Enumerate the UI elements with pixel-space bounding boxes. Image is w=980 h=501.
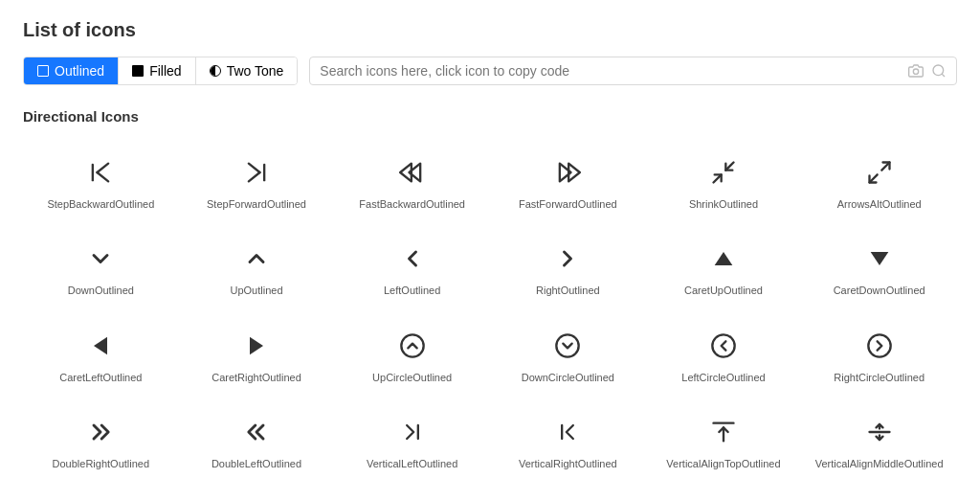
icon-label-upoutlined: UpOutlined (230, 284, 282, 297)
vertical-left-icon (395, 415, 430, 449)
svg-line-16 (869, 174, 877, 182)
tab-outlined[interactable]: Outlined (24, 57, 119, 84)
icon-item-stepforwardoutlined[interactable]: StepForwardOutlined (179, 144, 335, 222)
svg-line-14 (725, 163, 733, 171)
svg-point-1 (933, 65, 944, 76)
icon-label-stepforwardoutlined: StepForwardOutlined (207, 197, 306, 211)
search-icon[interactable] (931, 63, 947, 79)
icon-label-upcircleoutlined: UpCircleOutlined (372, 371, 452, 384)
icon-label-stepbackwardoutlined: StepBackwardOutlined (47, 197, 154, 211)
tab-group: Outlined Filled Two Tone (23, 57, 298, 85)
left-icon (395, 241, 430, 276)
right-circle-icon (862, 329, 897, 363)
icon-item-shrinkoutlined[interactable]: ShrinkOutlined (646, 144, 802, 222)
left-circle-icon (706, 329, 741, 363)
icon-item-rollbackoutlined[interactable]: RollbackOutlined (490, 490, 646, 501)
down-circle-icon (550, 329, 585, 363)
double-left-icon (239, 415, 274, 449)
svg-line-15 (881, 163, 889, 171)
twotone-icon (210, 65, 221, 77)
icon-label-downcircleoutlined: DownCircleOutlined (522, 371, 614, 384)
icon-item-doublerightoutlined[interactable]: DoubleRightOutlined (23, 403, 179, 482)
icon-label-caretleftoutlined: CaretLeftOutlined (59, 371, 142, 384)
icon-label-caretupoutlined: CaretUpOutlined (684, 284, 763, 297)
icon-item-caretdownoutlined[interactable]: CaretDownOutlined (801, 230, 957, 308)
step-forward-icon (239, 155, 274, 190)
shrink-icon (706, 155, 741, 190)
icon-label-rightoutlined: RightOutlined (536, 284, 600, 297)
icon-item-doubleleftoutlined[interactable]: DoubleLeftOutlined (179, 403, 335, 482)
icon-item-arrowsaltoutlined[interactable]: ArrowsAltOutlined (801, 144, 957, 222)
icon-item-leftcircleoutlined[interactable]: LeftCircleOutlined (646, 317, 802, 396)
outlined-icon (37, 65, 49, 77)
caret-down-icon (862, 241, 897, 276)
icon-label-caretrightoutlined: CaretRightOutlined (212, 371, 301, 384)
icon-label-leftcircleoutlined: LeftCircleOutlined (681, 371, 765, 384)
up-icon (239, 241, 274, 276)
camera-icon[interactable] (908, 63, 924, 79)
icon-item-fastforwardoutlined[interactable]: FastForwardOutlined (490, 144, 646, 222)
svg-marker-18 (870, 252, 888, 265)
icon-label-leftoutlined: LeftOutlined (384, 284, 440, 297)
svg-point-23 (712, 334, 734, 356)
icon-item-upoutlined[interactable]: UpOutlined (179, 230, 335, 308)
vertical-align-middle-icon (862, 415, 897, 449)
svg-line-4 (98, 164, 109, 172)
icon-label-rightcircleoutlined: RightCircleOutlined (834, 371, 924, 384)
icon-label-caretdownoutlined: CaretDownOutlined (834, 284, 925, 297)
icon-item-backwardoutlined[interactable]: BackwardOutlined (334, 490, 490, 501)
right-icon (550, 241, 585, 276)
icon-item-leftoutlined[interactable]: LeftOutlined (334, 230, 490, 308)
icon-label-doublerightoutlined: DoubleRightOutlined (53, 457, 150, 470)
caret-right-icon (239, 329, 274, 363)
icon-item-stepbackwardoutlined[interactable]: StepBackwardOutlined (23, 144, 179, 222)
page-title: List of icons (23, 19, 957, 41)
svg-point-22 (557, 334, 579, 356)
vertical-align-top-icon (706, 415, 741, 449)
icon-label-fastforwardoutlined: FastForwardOutlined (519, 197, 617, 211)
down-icon (83, 241, 118, 276)
search-box (309, 57, 957, 85)
arrows-alt-icon (862, 155, 897, 190)
svg-line-7 (249, 172, 260, 181)
icon-item-verticalaligntopoutlined[interactable]: VerticalAlignTopOutlined (646, 403, 802, 482)
tab-twotone[interactable]: Two Tone (196, 57, 298, 84)
icon-item-retweetoutlined[interactable]: RetweetOutlined (801, 490, 957, 501)
icon-item-verticalleftoutlined[interactable]: VerticalLeftOutlined (334, 403, 490, 482)
icon-item-enteroutlined[interactable]: EnterOutlined (646, 490, 802, 501)
icon-item-forwardoutlined[interactable]: ForwardOutlined (179, 490, 335, 501)
icon-label-fastbackwardoutlined: FastBackwardOutlined (359, 197, 465, 211)
icon-label-downoutlined: DownOutlined (68, 284, 134, 297)
icon-label-verticalaligntopoutlined: VerticalAlignTopOutlined (666, 457, 780, 470)
icon-item-verticalalignmiddleoutlined[interactable]: VerticalAlignMiddleOutlined (801, 403, 957, 482)
icon-item-upcircleoutlined[interactable]: UpCircleOutlined (334, 317, 490, 396)
svg-point-0 (913, 69, 918, 74)
icon-label-doubleleftoutlined: DoubleLeftOutlined (212, 457, 301, 470)
svg-line-2 (942, 74, 945, 77)
svg-line-6 (249, 164, 260, 172)
icon-item-downoutlined[interactable]: DownOutlined (23, 230, 179, 308)
tab-filled[interactable]: Filled (119, 57, 195, 84)
icon-label-verticalalignmiddleoutlined: VerticalAlignMiddleOutlined (815, 457, 944, 470)
fast-forward-icon (550, 155, 585, 190)
svg-marker-17 (715, 252, 733, 265)
icons-grid: StepBackwardOutlinedStepForwardOutlinedF… (23, 144, 957, 501)
icon-item-downcircleoutlined[interactable]: DownCircleOutlined (490, 317, 646, 396)
filled-icon (132, 65, 144, 77)
svg-marker-20 (250, 336, 263, 354)
icon-item-rightoutlined[interactable]: RightOutlined (490, 230, 646, 308)
svg-marker-19 (94, 336, 107, 354)
svg-point-21 (401, 334, 423, 356)
icon-item-verticalrightoutlined[interactable]: VerticalRightOutlined (490, 403, 646, 482)
icon-item-fastbackwardoutlined[interactable]: FastBackwardOutlined (334, 144, 490, 222)
caret-left-icon (83, 329, 118, 363)
icon-item-caretrightoutlined[interactable]: CaretRightOutlined (179, 317, 335, 396)
icon-label-arrowsaltoutlined: ArrowsAltOutlined (837, 197, 922, 211)
icon-item-caretleftoutlined[interactable]: CaretLeftOutlined (23, 317, 179, 396)
toolbar: Outlined Filled Two Tone (23, 57, 957, 85)
icon-item-rightcircleoutlined[interactable]: RightCircleOutlined (801, 317, 957, 396)
search-input[interactable] (320, 63, 901, 79)
icon-item-caretupoutlined[interactable]: CaretUpOutlined (646, 230, 802, 308)
caret-up-icon (706, 241, 741, 276)
icon-item-verticalalignbottomoutlined[interactable]: VerticalAlignBottomOutlined (23, 490, 179, 501)
